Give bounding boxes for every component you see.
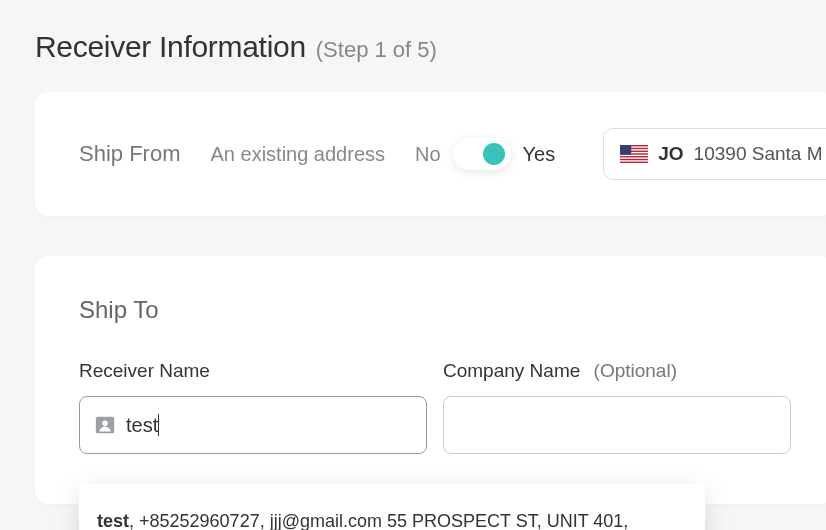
ship-to-label: Ship To: [79, 296, 791, 324]
contact-card-icon: [94, 414, 116, 436]
svg-rect-7: [620, 145, 631, 155]
existing-address-text: An existing address: [210, 143, 385, 166]
company-name-group: Company Name (Optional): [443, 360, 791, 454]
company-name-label: Company Name (Optional): [443, 360, 791, 382]
page-title: Receiver Information: [35, 30, 306, 64]
address-text: 10390 Santa M: [694, 143, 823, 165]
svg-rect-6: [620, 160, 648, 161]
receiver-name-input[interactable]: test: [79, 396, 427, 454]
address-code: JO: [658, 143, 683, 165]
page-step: (Step 1 of 5): [316, 37, 437, 63]
toggle-yes-label: Yes: [523, 143, 556, 166]
svg-rect-5: [620, 157, 648, 158]
company-name-optional: (Optional): [594, 360, 677, 381]
ship-from-label: Ship From: [79, 141, 180, 167]
svg-point-9: [102, 420, 108, 426]
toggle-no-label: No: [415, 143, 441, 166]
form-row: Receiver Name test Company Name (Optiona…: [79, 360, 791, 454]
text-cursor: [158, 414, 159, 436]
receiver-name-value: test: [126, 414, 412, 437]
existing-address-toggle[interactable]: [453, 138, 511, 170]
existing-address-toggle-group: No Yes: [415, 138, 555, 170]
svg-rect-4: [620, 155, 648, 156]
ship-from-address-select[interactable]: JO 10390 Santa M: [603, 128, 826, 180]
us-flag-icon: [620, 145, 648, 163]
receiver-suggestion-item[interactable]: test, +85252960727, jjj@gmail.com 55 PRO…: [79, 484, 705, 530]
suggestion-name: test: [97, 511, 129, 530]
suggestion-details: , +85252960727, jjj@gmail.com 55 PROSPEC…: [97, 511, 628, 530]
receiver-name-label: Receiver Name: [79, 360, 427, 382]
receiver-name-group: Receiver Name test: [79, 360, 427, 454]
company-name-label-text: Company Name: [443, 360, 580, 381]
ship-from-card: Ship From An existing address No Yes JO …: [35, 92, 826, 216]
company-name-input[interactable]: [443, 396, 791, 454]
page-header: Receiver Information (Step 1 of 5): [0, 0, 826, 64]
ship-to-card: Ship To Receiver Name test Company Name …: [35, 256, 826, 504]
toggle-thumb: [483, 143, 505, 165]
